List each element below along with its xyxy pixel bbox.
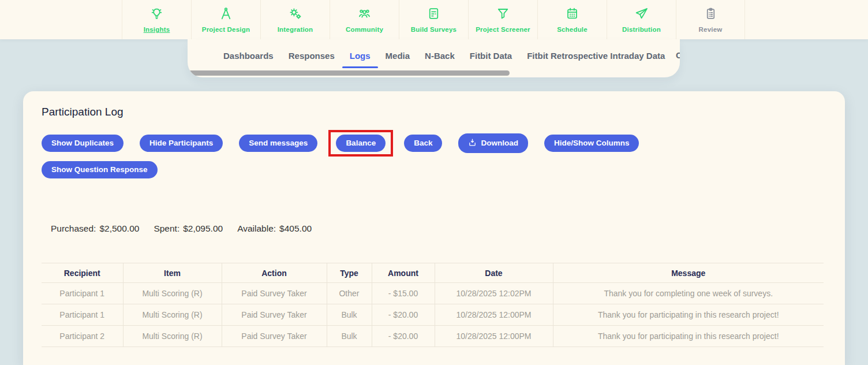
purchased-value: $2,500.00 — [99, 224, 139, 234]
column-header-recipient: Recipient — [42, 263, 123, 283]
cell-recipient: Participant 1 — [42, 304, 123, 326]
tab-media[interactable]: Media — [386, 51, 410, 61]
available-label: Available: — [237, 224, 276, 234]
insights-icon — [149, 6, 164, 23]
nav-item-label: Insights — [144, 26, 170, 33]
back-button[interactable]: Back — [404, 135, 442, 152]
nav-item-label: Distribution — [622, 26, 661, 33]
column-header-action: Action — [222, 263, 327, 283]
cell-item: Multi Scoring (R) — [123, 283, 222, 304]
cell-item: Multi Scoring (R) — [123, 326, 222, 347]
tab-responses[interactable]: Responses — [289, 51, 335, 61]
project-screener-icon — [496, 6, 510, 23]
build-surveys-icon — [426, 6, 441, 23]
send-messages-button[interactable]: Send messages — [239, 135, 317, 152]
action-buttons-row-1: Show Duplicates Hide Participants Send m… — [42, 127, 639, 159]
spent-amount: Spent: $2,095.00 — [154, 224, 223, 234]
download-button-label: Download — [481, 139, 518, 147]
spent-value: $2,095.00 — [183, 224, 223, 234]
cell-recipient: Participant 1 — [42, 283, 123, 304]
download-icon — [468, 138, 477, 148]
distribution-icon — [634, 6, 649, 23]
cell-type: Other — [327, 283, 372, 304]
nav-item-integration[interactable]: Integration — [260, 0, 330, 39]
integration-icon — [288, 6, 302, 23]
show-duplicates-button[interactable]: Show Duplicates — [42, 135, 124, 152]
cell-amount: - $15.00 — [372, 283, 435, 304]
page-title: Participation Log — [42, 106, 124, 118]
cell-item: Multi Scoring (R) — [123, 304, 222, 326]
community-icon — [357, 6, 372, 23]
cell-type: Bulk — [327, 304, 372, 326]
nav-item-label: Project Screener — [476, 26, 530, 33]
nav-item-label: Review — [699, 26, 723, 33]
nav-item-insights[interactable]: Insights — [122, 0, 191, 39]
available-amount: Available: $405.00 — [237, 224, 312, 234]
nav-item-project-design[interactable]: Project Design — [191, 0, 260, 39]
project-design-icon — [219, 6, 233, 23]
table-row[interactable]: Participant 1 Multi Scoring (R) Paid Sur… — [42, 283, 824, 304]
cell-amount: - $20.00 — [372, 304, 435, 326]
tab-fitbit-retrospective-intraday-data[interactable]: Fitbit Retrospective Intraday Data — [527, 51, 665, 61]
table-row[interactable]: Participant 2 Multi Scoring (R) Paid Sur… — [42, 326, 824, 347]
nav-item-distribution[interactable]: Distribution — [607, 0, 676, 39]
tab-fitbit-data[interactable]: Fitbit Data — [470, 51, 512, 61]
hide-show-columns-button[interactable]: Hide/Show Columns — [544, 135, 639, 152]
review-icon — [704, 6, 718, 23]
nav-item-label: Schedule — [557, 26, 588, 33]
nav-item-label: Integration — [278, 26, 313, 33]
tab-logs[interactable]: Logs — [350, 51, 371, 61]
column-header-amount: Amount — [372, 263, 435, 283]
cell-amount: - $20.00 — [372, 326, 435, 347]
cell-action: Paid Survey Taker — [222, 304, 327, 326]
balance-summary: Purchased: $2,500.00 Spent: $2,095.00 Av… — [51, 224, 312, 234]
column-header-message: Message — [553, 263, 824, 283]
cell-recipient: Participant 2 — [42, 326, 123, 347]
purchased-label: Purchased: — [51, 224, 96, 234]
cell-message: Thank you for participating in this rese… — [553, 304, 824, 326]
spent-label: Spent: — [154, 224, 179, 234]
schedule-icon — [565, 6, 579, 23]
cell-date: 10/28/2025 12:00PM — [435, 326, 553, 347]
balance-button[interactable]: Balance — [336, 135, 386, 152]
download-button[interactable]: Download — [458, 133, 528, 153]
tab-dashboards[interactable]: Dashboards — [223, 51, 274, 61]
column-header-item: Item — [123, 263, 222, 283]
available-value: $405.00 — [279, 224, 312, 234]
nav-item-community[interactable]: Community — [330, 0, 399, 39]
horizontal-scrollbar[interactable] — [188, 70, 510, 76]
column-header-date: Date — [435, 263, 553, 283]
nav-item-label: Build Surveys — [411, 26, 457, 33]
tab-truncated[interactable]: C — [676, 50, 680, 60]
hide-participants-button[interactable]: Hide Participants — [140, 135, 223, 152]
cell-action: Paid Survey Taker — [222, 326, 327, 347]
nav-item-label: Community — [346, 26, 383, 33]
nav-item-review[interactable]: Review — [676, 0, 745, 39]
cell-message: Thank you for participating in this rese… — [553, 326, 824, 347]
table-row[interactable]: Participant 1 Multi Scoring (R) Paid Sur… — [42, 304, 824, 326]
nav-item-schedule[interactable]: Schedule — [537, 0, 607, 39]
nav-item-project-screener[interactable]: Project Screener — [468, 0, 537, 39]
action-buttons-row-2: Show Question Response — [42, 157, 158, 182]
nav-item-label: Project Design — [202, 26, 250, 33]
column-header-type: Type — [327, 263, 372, 283]
cell-date: 10/28/2025 12:00PM — [435, 304, 553, 326]
cell-message: Thank you for completing one week of sur… — [553, 283, 824, 304]
cell-action: Paid Survey Taker — [222, 283, 327, 304]
participation-log-card: Participation Log Show Duplicates Hide P… — [23, 91, 845, 365]
purchased-amount: Purchased: $2,500.00 — [51, 224, 139, 234]
main-nav: Insights Project Design Integration Comm… — [122, 0, 745, 39]
tab-n-back[interactable]: N-Back — [425, 51, 455, 61]
nav-item-build-surveys[interactable]: Build Surveys — [399, 0, 468, 39]
participation-log-table: Recipient Item Action Type Amount Date M… — [42, 263, 824, 347]
secondary-tab-panel: Dashboards Responses Logs Media N-Back F… — [188, 39, 680, 77]
table-header-row: Recipient Item Action Type Amount Date M… — [42, 263, 824, 283]
show-question-response-button[interactable]: Show Question Response — [42, 161, 158, 178]
balance-highlight-box: Balance — [328, 130, 393, 157]
cell-date: 10/28/2025 12:02PM — [435, 283, 553, 304]
tab-list: Dashboards Responses Logs Media N-Back F… — [223, 39, 665, 72]
cell-type: Bulk — [327, 326, 372, 347]
top-navigation-bar: Insights Project Design Integration Comm… — [0, 0, 868, 39]
